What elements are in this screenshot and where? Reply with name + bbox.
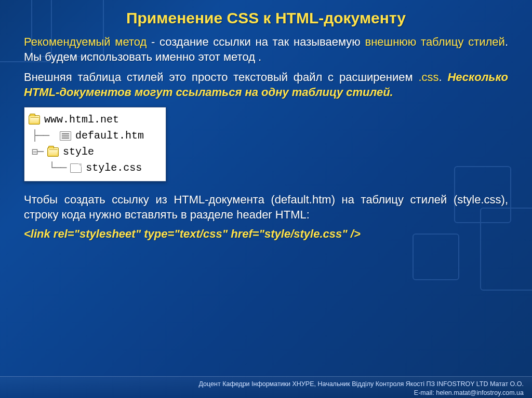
file-css-icon <box>70 163 82 173</box>
tree-root-row: www.html.net <box>29 112 161 128</box>
tree-root-label: www.html.net <box>44 112 119 128</box>
tree-css-label: style.css <box>86 160 142 176</box>
tree-connector-icon: ├── <box>32 128 56 144</box>
p1-lead: Рекомендуемый метод <box>24 35 147 48</box>
code-line: <link rel="stylesheet" type="text/css" h… <box>24 227 508 241</box>
paragraph-3: Чтобы создать ссылку из HTML-документа (… <box>24 192 508 222</box>
tree-htm-row: ├── default.htm <box>29 128 161 144</box>
p1-text-a: - создание ссылки на так называемую <box>147 35 365 48</box>
file-tree-panel: www.html.net ├── default.htm ⊟─ style └─… <box>24 107 166 182</box>
footer-line-1: Доцент Кафедри Інформатики ХНУРЕ, Началь… <box>0 380 524 389</box>
tree-htm-label: default.htm <box>75 128 144 144</box>
tree-connector-icon: └── <box>32 160 66 176</box>
slide: Применение CSS к HTML-документу Рекоменд… <box>0 0 532 398</box>
p2-text-a: Внешняя таблица стилей это просто тексто… <box>24 71 418 84</box>
paragraph-2: Внешняя таблица стилей это просто тексто… <box>24 70 508 100</box>
p2-ext: .css <box>418 71 438 84</box>
footer-line-2: E-mail: helen.matat@infostroy.com.ua <box>0 389 524 397</box>
slide-title: Применение CSS к HTML-документу <box>24 9 508 27</box>
paragraph-1: Рекомендуемый метод - создание ссылки на… <box>24 34 508 64</box>
p1-highlight: внешнюю таблицу стилей <box>365 35 505 48</box>
tree-css-row: └── style.css <box>29 160 161 176</box>
folder-open-icon <box>47 147 59 157</box>
slide-footer: Доцент Кафедри Інформатики ХНУРЕ, Началь… <box>0 376 532 398</box>
tree-style-row: ⊟─ style <box>29 144 161 160</box>
tree-style-label: style <box>63 144 94 160</box>
p2-text-b: . <box>439 71 448 84</box>
file-htm-icon <box>60 131 71 141</box>
folder-open-icon <box>29 115 40 125</box>
tree-expand-icon: ⊟─ <box>32 144 43 160</box>
